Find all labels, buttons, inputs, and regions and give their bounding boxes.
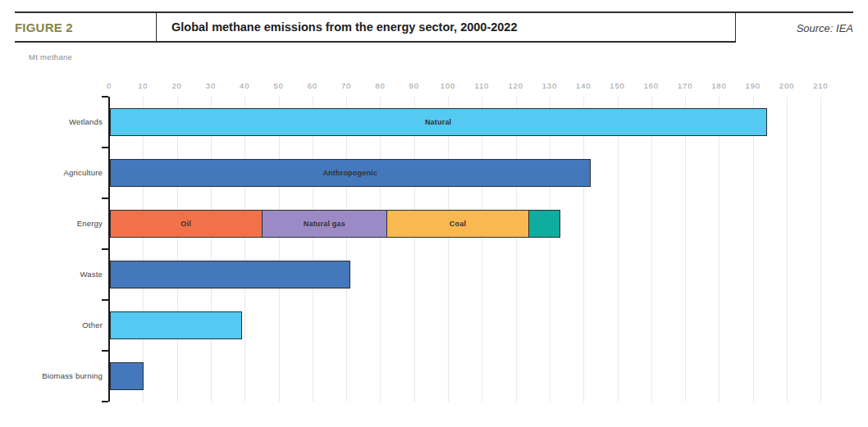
x-tick-label: 200 [779, 81, 794, 90]
x-tick-label: 50 [273, 81, 283, 90]
gridline [177, 97, 178, 402]
x-tick-label: 210 [813, 81, 828, 90]
bar-segment-coal: Coal [386, 211, 528, 237]
bar-segment-natural-gas: Natural gas [262, 211, 386, 237]
y-axis-tick [102, 198, 108, 199]
gridline [516, 97, 517, 402]
gridline [753, 97, 754, 402]
y-axis-tick [102, 350, 108, 352]
x-tick-label: 130 [542, 81, 557, 90]
x-tick-label: 190 [746, 81, 761, 90]
x-tick-label: 150 [610, 81, 624, 90]
gridline [313, 97, 313, 402]
y-axis-line [108, 97, 110, 402]
gridline [618, 97, 619, 402]
x-tick-label: 20 [172, 81, 182, 90]
y-axis-tick [102, 96, 108, 98]
x-tick-label: 30 [206, 81, 216, 90]
gridline [787, 97, 788, 402]
gridline [719, 97, 720, 402]
bar-row: Anthropogenic [110, 159, 591, 187]
y-axis-tick [102, 299, 108, 301]
x-tick-label: 60 [308, 81, 318, 90]
gridline [414, 97, 415, 402]
bar-segment-oil: Oil [111, 211, 262, 237]
bar-segment [111, 312, 241, 338]
gridline [685, 97, 686, 402]
bar-row [110, 261, 350, 288]
gridline [211, 97, 212, 402]
gridline [279, 97, 280, 402]
bar-segment-natural: Natural [111, 109, 766, 135]
bar-row: Natural [110, 108, 767, 136]
gridline [346, 97, 347, 402]
gridline [143, 97, 144, 402]
x-tick-label: 170 [678, 81, 692, 90]
x-tick-label: 100 [441, 81, 455, 90]
y-axis-tick [102, 147, 108, 148]
y-axis-tick [102, 248, 108, 250]
gridline [550, 97, 550, 402]
category-label: Energy [0, 219, 103, 228]
x-tick-label: 180 [711, 81, 726, 90]
x-tick-label: 40 [240, 81, 249, 90]
gridline [448, 97, 449, 402]
x-tick-label: 120 [508, 81, 523, 90]
gridline [380, 97, 381, 402]
gridline [482, 97, 482, 402]
bar-segment-anthropogenic: Anthropogenic [111, 160, 590, 186]
bar-row [110, 362, 144, 390]
x-tick-label: 80 [375, 81, 385, 90]
bar-row [110, 311, 242, 339]
category-label: Waste [0, 270, 103, 279]
x-tick-label: 160 [644, 81, 659, 90]
category-label: Wetlands [0, 117, 103, 126]
gridline [244, 97, 245, 402]
bar-segment [528, 211, 560, 237]
bar-row: OilNatural gasCoal [110, 210, 560, 238]
bar-segment [111, 261, 349, 288]
x-tick-label: 0 [107, 81, 112, 90]
x-tick-label: 90 [409, 81, 419, 90]
category-label: Other [0, 320, 103, 329]
gridline [651, 97, 652, 402]
gridline [820, 97, 821, 402]
x-tick-label: 110 [475, 81, 490, 90]
category-label: Agriculture [0, 168, 103, 177]
x-tick-label: 10 [138, 81, 148, 90]
x-tick-label: 70 [341, 81, 351, 90]
x-tick-label: 140 [576, 81, 591, 90]
gridline [583, 97, 584, 402]
bar-segment [111, 363, 143, 389]
bar-chart: 0102030405060708090100110120130140150160… [0, 0, 868, 427]
y-axis-tick [102, 401, 108, 402]
figure-card: FIGURE 2 Global methane emissions from t… [0, 0, 868, 427]
category-label: Biomass burning [0, 371, 103, 380]
